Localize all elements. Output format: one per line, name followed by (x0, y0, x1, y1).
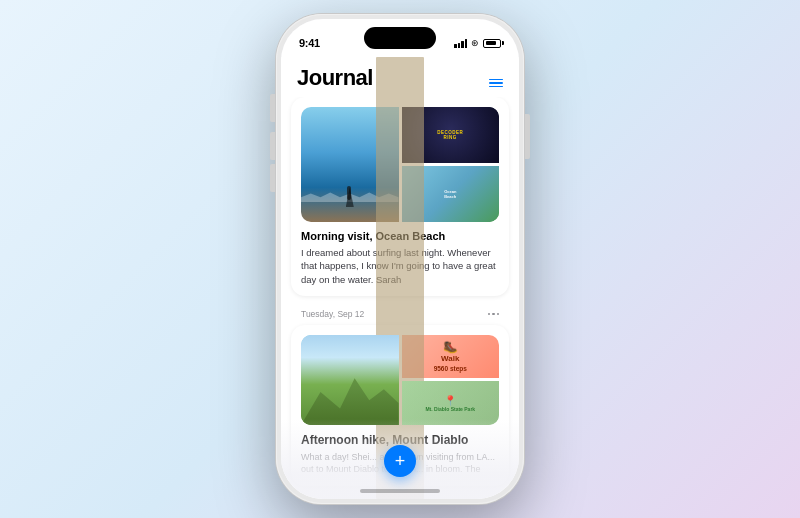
signal-icon (454, 39, 467, 48)
menu-icon[interactable] (489, 79, 503, 92)
walk-label: Walk 9560 steps (434, 354, 467, 373)
phone-screen: 9:41 ⊛ Journal (281, 19, 519, 499)
home-indicator (360, 489, 440, 493)
mountain-image (301, 335, 399, 425)
journal-entry-1[interactable]: DECODERRING OceanBeach Morning visit, Oc… (291, 97, 509, 296)
state-park-label: Mt. Diablo State Park (425, 406, 475, 412)
wifi-icon: ⊛ (471, 38, 479, 48)
podcast-label: DECODERRING (437, 130, 463, 140)
dynamic-island (364, 27, 436, 49)
status-time: 9:41 (299, 37, 320, 49)
map-pin-icon: 📍 (444, 395, 456, 406)
entry-1-menu[interactable] (488, 313, 500, 316)
add-entry-button[interactable]: + (384, 445, 416, 477)
ocean-beach-label: OceanBeach (444, 189, 456, 199)
journal-list: DECODERRING OceanBeach Morning visit, Oc… (281, 97, 519, 494)
status-icons: ⊛ (454, 38, 501, 48)
state-park-map: 📍 Mt. Diablo State Park (402, 381, 500, 425)
walk-icon: 🥾 (443, 340, 458, 354)
app-content: Journal (281, 57, 519, 499)
phone-frame: 9:41 ⊛ Journal (276, 14, 524, 504)
entry-1-date: Tuesday, Sep 12 (301, 309, 364, 319)
battery-icon (483, 39, 501, 48)
status-bar: 9:41 ⊛ (281, 19, 519, 57)
page-title: Journal (297, 65, 373, 91)
entry-1-images: DECODERRING OceanBeach (301, 107, 499, 222)
